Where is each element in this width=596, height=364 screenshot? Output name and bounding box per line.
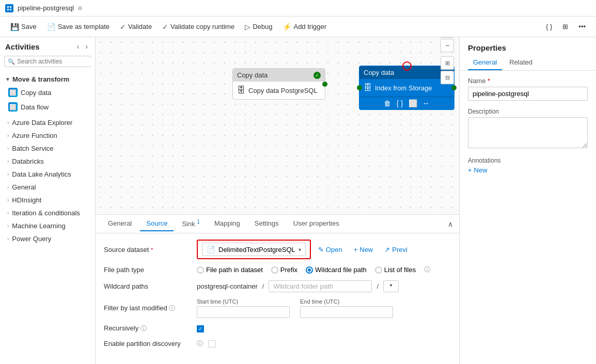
sidebar-item-machine-learning[interactable]: › Machine Learning — [0, 219, 95, 232]
fit-view-button[interactable]: ⊞ — [441, 56, 454, 70]
more-options-button[interactable]: ••• — [574, 21, 590, 33]
card-connect-btn[interactable]: ↔ — [422, 99, 430, 107]
preview-dataset-button[interactable]: ↗ Previ — [380, 244, 412, 256]
data-flow-info[interactable]: ≡ — [85, 103, 89, 110]
canvas-controls: + − ⊞ ⊟ — [441, 37, 454, 84]
sidebar-item-azure-data-explorer[interactable]: › Azure Data Explorer — [0, 116, 95, 129]
radio-wildcard-file-path[interactable]: Wildcard file path — [306, 266, 367, 274]
wildcard-file-input[interactable]: * — [383, 280, 399, 292]
dropdown-arrow-icon: ▾ — [299, 247, 301, 252]
input-port[interactable] — [357, 85, 362, 90]
start-time-input[interactable] — [197, 306, 290, 318]
data-flow-icon: ⬜ — [8, 102, 18, 112]
wildcard-folder-input[interactable] — [269, 280, 372, 292]
code-view-button[interactable]: { } — [542, 21, 556, 33]
output-port[interactable] — [322, 82, 327, 87]
add-annotation-button[interactable]: + New — [468, 166, 488, 174]
card-body-blue: 🗄 Index from Storage — [359, 79, 454, 97]
filter-info-icon[interactable]: ⓘ — [169, 305, 175, 312]
unsaved-indicator — [78, 6, 82, 10]
save-template-icon: 📄 — [47, 23, 56, 31]
zoom-out-button[interactable]: − — [441, 39, 454, 52]
source-dataset-box: 📄 DelimitedTextPostgreSQL ▾ — [197, 240, 311, 259]
sidebar-item-data-flow[interactable]: ⬜ Data flow 📌 ≡ — [0, 100, 95, 114]
description-label: Description — [468, 108, 588, 115]
file-path-type-control: File path in dataset Prefix Wildcard fil… — [197, 265, 451, 274]
sidebar-item-iteration-conditionals[interactable]: › Iteration & conditionals — [0, 207, 95, 219]
card-copy-btn[interactable]: ⬜ — [409, 99, 417, 107]
sidebar-item-hdinsight[interactable]: › HDInsight — [0, 194, 95, 207]
radio-input-file-path[interactable] — [197, 266, 204, 274]
tab-general[interactable]: General — [102, 216, 138, 231]
recursively-info-icon[interactable]: ⓘ — [140, 325, 147, 332]
copy-data-pin[interactable]: 📌 — [76, 89, 84, 96]
dataset-select[interactable]: 📄 DelimitedTextPostgreSQL ▾ — [202, 243, 306, 256]
card-delete-btn[interactable]: 🗑 — [384, 99, 391, 107]
zoom-slider[interactable] — [441, 37, 454, 38]
data-flow-pin[interactable]: 📌 — [76, 103, 84, 110]
pipeline-canvas[interactable]: Copy data ✓ 🗄 Copy data PostgreSQL Copy … — [96, 37, 459, 214]
new-dataset-button[interactable]: + New — [350, 244, 378, 256]
save-button[interactable]: 💾 Save — [6, 21, 41, 33]
minimap-button[interactable]: ⊟ — [441, 71, 454, 84]
recursively-row: Recursively ⓘ — [104, 324, 451, 333]
validate-copy-runtime-button[interactable]: ✓ Validate copy runtime — [158, 21, 239, 33]
pipeline-view-button[interactable]: ⊞ — [558, 21, 572, 33]
file-path-info-icon[interactable]: ⓘ — [424, 265, 430, 274]
sidebar-item-databricks[interactable]: › Databricks — [0, 155, 95, 168]
end-time-input[interactable] — [300, 306, 393, 318]
prop-tab-general[interactable]: General — [468, 55, 502, 70]
copy-data-info[interactable]: ≡ — [85, 89, 89, 96]
sidebar-item-power-query[interactable]: › Power Query — [0, 232, 95, 245]
search-input[interactable] — [17, 58, 95, 65]
sidebar-header: Activities ‹ › — [0, 37, 95, 56]
radio-file-path-in-dataset[interactable]: File path in dataset — [197, 266, 263, 274]
tab-source[interactable]: Source — [140, 216, 174, 231]
radio-input-list[interactable] — [375, 266, 382, 274]
card-code-btn[interactable]: { } — [396, 99, 403, 107]
tab-sink[interactable]: Sink 1 — [176, 216, 206, 232]
partition-discovery-row: Enable partition discovery ⓘ — [104, 339, 451, 348]
card-header: Copy data ✓ — [233, 69, 325, 82]
sidebar-collapse-right[interactable]: › — [83, 41, 90, 52]
save-as-template-button[interactable]: 📄 Save as template — [43, 21, 114, 33]
sidebar-item-general[interactable]: › General — [0, 181, 95, 194]
recursively-checkbox[interactable] — [197, 325, 204, 333]
wildcard-paths-control: postgresql-container / / * — [197, 280, 451, 292]
tab-settings[interactable]: Settings — [248, 216, 285, 231]
partition-info-icon[interactable]: ⓘ — [197, 339, 203, 348]
card-copy-data-postgresql[interactable]: Copy data ✓ 🗄 Copy data PostgreSQL — [232, 68, 325, 100]
panel-collapse-button[interactable]: ∧ — [448, 220, 453, 228]
radio-input-prefix[interactable] — [271, 266, 278, 274]
chevron-icon: › — [7, 223, 9, 229]
plus-icon: + — [354, 246, 358, 254]
open-dataset-button[interactable]: ✎ Open — [314, 244, 347, 256]
svg-rect-2 — [7, 9, 9, 10]
name-required: * — [488, 77, 490, 85]
sidebar-item-copy-data[interactable]: ⬜ Copy data 📌 ≡ — [0, 85, 95, 100]
radio-list-of-files[interactable]: List of files — [375, 266, 416, 274]
description-textarea[interactable] — [468, 117, 588, 148]
radio-prefix[interactable]: Prefix — [271, 266, 297, 274]
sidebar-item-data-lake-analytics[interactable]: › Data Lake Analytics — [0, 168, 95, 181]
wildcard-paths-label: Wildcard paths — [104, 282, 197, 290]
partition-checkbox[interactable] — [208, 340, 215, 347]
properties-title: Properties — [460, 37, 596, 55]
pipeline-title: pipeline-postgresql — [18, 4, 74, 12]
validate-button[interactable]: ✓ Validate — [116, 21, 156, 33]
postgresql-icon: 🗄 — [237, 86, 245, 95]
tab-user-properties[interactable]: User properties — [287, 216, 346, 231]
prop-tab-related[interactable]: Related — [504, 55, 538, 70]
sidebar-section-header-move-transform[interactable]: ▼ Move & transform — [0, 73, 95, 85]
output-port[interactable] — [451, 85, 457, 90]
sidebar-item-batch-service[interactable]: › Batch Service — [0, 142, 95, 155]
radio-input-wildcard[interactable] — [306, 266, 313, 274]
add-trigger-button[interactable]: ⚡ Add trigger — [278, 21, 331, 33]
name-input[interactable] — [468, 87, 588, 101]
debug-button[interactable]: ▷ Debug — [241, 21, 276, 33]
start-time-label: Start time (UTC) — [197, 298, 290, 305]
sidebar-item-azure-function[interactable]: › Azure Function — [0, 129, 95, 142]
sidebar-collapse-left[interactable]: ‹ — [75, 41, 82, 52]
tab-mapping[interactable]: Mapping — [208, 216, 246, 231]
chevron-icon: › — [7, 159, 9, 164]
